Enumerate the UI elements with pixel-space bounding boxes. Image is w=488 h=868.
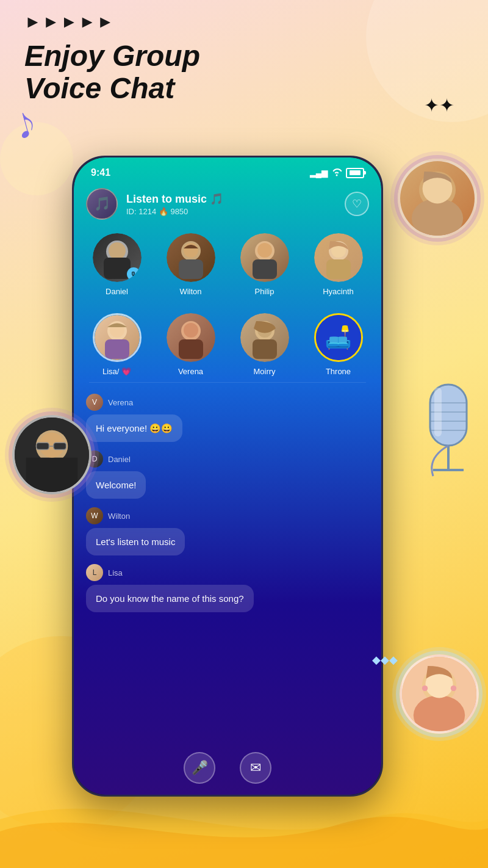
svg-rect-5 [179, 259, 203, 279]
svg-rect-3 [104, 258, 131, 279]
user-name-throne: Throne [326, 367, 351, 376]
chat-message-daniel: D Daniel Welcome! [86, 450, 369, 499]
svg-rect-29 [37, 443, 49, 449]
user-name-lisa: Lisa/ 💗 [102, 367, 131, 376]
header: ►►►►► Enjoy Group Voice Chat [24, 12, 464, 105]
chat-message-verena: V Verena Hi everyone! 😀😀 [86, 394, 369, 442]
user-lisa[interactable]: Lisa/ 💗 [93, 313, 142, 376]
status-icons: ▂▄▆ [310, 168, 364, 178]
user-avatar-hyacinth [314, 233, 363, 282]
user-avatar-verena [167, 313, 215, 362]
chat-bubble-daniel: Welcome! [86, 471, 146, 499]
svg-rect-14 [105, 339, 129, 359]
room-id: ID: 1214 🔥 9850 [126, 207, 336, 216]
user-philip[interactable]: Philip [240, 233, 289, 296]
user-name-philip: Philip [255, 287, 274, 296]
user-avatar-wilton [167, 233, 215, 282]
user-avatar-lisa [93, 313, 142, 362]
chat-avatar-wilton: W [86, 507, 103, 524]
mic-icon: 🎤 [192, 760, 208, 776]
chat-bubble-wilton: Let's listen to music [86, 528, 185, 555]
svg-point-23 [412, 198, 463, 238]
float-bubble-hyacinth [398, 159, 477, 238]
page-title: Enjoy Group Voice Chat [24, 40, 464, 105]
battery-icon [346, 168, 364, 178]
user-throne[interactable]: 🛋️ Throne [314, 313, 363, 376]
svg-point-9 [257, 243, 272, 258]
room-info: Listen to music 🎵 ID: 1214 🔥 9850 [126, 192, 336, 216]
chat-avatar-lisa: L [86, 564, 103, 581]
chat-sender-name-wilton: Wilton [108, 512, 130, 521]
heart-icon: ♡ [352, 197, 362, 211]
chat-message-lisa: L Lisa Do you know the name of this song… [86, 564, 369, 612]
users-row-2: Lisa/ 💗 Verena [74, 307, 381, 382]
room-header: 🎵 Listen to music 🎵 ID: 1214 🔥 9850 ♡ [74, 183, 381, 227]
svg-rect-39 [434, 388, 442, 436]
svg-rect-27 [26, 458, 77, 492]
user-avatar-daniel: 🎙 [93, 233, 142, 282]
chat-sender-name-lisa: Lisa [108, 568, 123, 577]
chat-sender-name-verena: Verena [108, 398, 133, 407]
chat-message-wilton: W Wilton Let's listen to music [86, 507, 369, 555]
user-moirry[interactable]: Moirry [240, 313, 289, 376]
mail-button[interactable]: ✉ [240, 752, 271, 784]
status-time: 9:41 [91, 167, 110, 178]
svg-point-18 [184, 323, 198, 338]
svg-rect-20 [253, 339, 277, 359]
chat-area: V Verena Hi everyone! 😀😀 D Daniel Welcom… [74, 388, 381, 627]
wifi-icon [331, 168, 342, 178]
user-verena[interactable]: Verena [167, 313, 215, 376]
mail-icon: ✉ [250, 760, 261, 776]
mic-muted-icon: 🎙 [127, 267, 140, 281]
svg-rect-30 [54, 443, 66, 449]
svg-point-42 [414, 695, 465, 734]
phone-mockup: 9:41 ▂▄▆ 🎵 Listen to music 🎵 [72, 156, 383, 797]
arrows-decoration: ►►►►► [24, 12, 464, 32]
chat-sender-name-daniel: Daniel [108, 455, 131, 464]
chat-bubble-verena: Hi everyone! 😀😀 [86, 414, 182, 442]
user-daniel[interactable]: 🎙 Daniel [93, 233, 142, 296]
float-bubble-woman [400, 654, 479, 734]
room-heart-button[interactable]: ♡ [345, 192, 369, 216]
room-avatar: 🎵 [86, 188, 118, 220]
user-avatar-philip [240, 233, 289, 282]
user-avatar-throne: 🛋️ [314, 313, 363, 362]
mic-button[interactable]: 🎤 [184, 752, 215, 784]
room-name: Listen to music 🎵 [126, 192, 336, 206]
svg-point-44 [422, 685, 428, 691]
svg-rect-8 [253, 259, 277, 279]
user-name-verena: Verena [178, 367, 203, 376]
svg-rect-17 [179, 339, 203, 359]
user-name-daniel: Daniel [106, 287, 128, 296]
chat-avatar-verena: V [86, 394, 103, 411]
svg-point-2 [109, 242, 126, 259]
user-name-wilton: Wilton [179, 287, 201, 296]
float-bubble-man [12, 415, 92, 494]
user-name-moirry: Moirry [253, 367, 275, 376]
mic-illustration [415, 372, 482, 494]
user-avatar-moirry [240, 313, 289, 362]
user-name-hyacinth: Hyacinth [323, 287, 354, 296]
svg-point-45 [451, 685, 456, 691]
sparkle-top-decoration: ✦✦ [424, 95, 454, 116]
users-row-1: 🎙 Daniel Wilton [74, 227, 381, 302]
bottom-bar: 🎤 ✉ [74, 752, 381, 784]
status-bar: 9:41 ▂▄▆ [74, 157, 381, 183]
svg-rect-11 [326, 259, 351, 279]
user-hyacinth[interactable]: Hyacinth [314, 233, 363, 296]
chat-bubble-lisa: Do you know the name of this song? [86, 585, 254, 612]
sparkle-bottom-decoration: ◆◆◆ [372, 653, 398, 667]
signal-icon: ▂▄▆ [310, 168, 328, 178]
phone-screen: 9:41 ▂▄▆ 🎵 Listen to music 🎵 [74, 157, 381, 795]
user-wilton[interactable]: Wilton [167, 233, 215, 296]
